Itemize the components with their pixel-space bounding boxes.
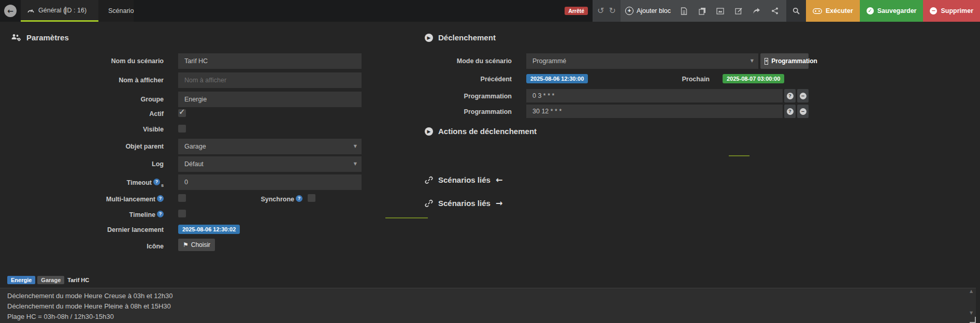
save-button[interactable]: ✓ Sauvegarder [860, 0, 924, 22]
flag-icon: ⚑ [183, 241, 189, 248]
copy-icon[interactable] [696, 4, 709, 18]
plus-circle-icon: + [625, 7, 633, 15]
linked-scenarios-out-header: Scénarios liés → [425, 198, 502, 208]
parameters-header: Paramètres [11, 33, 69, 42]
schedule-1-cron-input[interactable] [526, 89, 783, 102]
synchronous-label: Synchrone? [218, 195, 302, 203]
log-select[interactable]: Défaut ▼ [178, 156, 362, 172]
add-block-button[interactable]: + Ajouter bloc [625, 7, 673, 15]
toolbar-actions: Arrêté ↺ ↻ + Ajouter bloc [565, 0, 980, 22]
chevron-down-icon: ▼ [354, 156, 357, 172]
chevron-down-icon: ▼ [751, 53, 754, 69]
help-icon[interactable]: ? [157, 211, 164, 217]
description-line: Déclenchement du mode Heure Creuse à 03h… [7, 291, 969, 301]
tag-group[interactable]: Energie [7, 276, 35, 284]
jeedom-scenario-page: ← Général (ID : 16) Scénario Arrêté ↺ ↻ [0, 0, 980, 323]
description-line: Déclenchement du mode Heure Pleine à 08h… [7, 301, 969, 312]
tab-scenario[interactable]: Scénario [98, 0, 134, 22]
timeline-checkbox[interactable] [178, 210, 186, 217]
users-gear-icon [11, 34, 21, 41]
description-textarea[interactable]: Déclenchement du mode Heure Creuse à 03h… [0, 288, 976, 323]
schedule-1-help-button[interactable]: ? [784, 89, 796, 102]
gamepad-icon [813, 8, 822, 14]
plus-square-icon: + [765, 58, 768, 65]
previous-label: Précédent [363, 76, 512, 83]
help-icon[interactable]: ? [296, 195, 302, 202]
multi-launch-label: Multi-lancement? [0, 195, 164, 203]
group-label: Groupe [0, 96, 164, 103]
timeout-input[interactable] [178, 174, 362, 190]
status-badge: Arrêté [565, 7, 588, 15]
add-schedule-button[interactable]: + Programmation [760, 53, 809, 69]
search-button[interactable] [786, 0, 806, 22]
arrow-right-icon: → [496, 198, 502, 208]
undo-icon[interactable]: ↺ [597, 4, 604, 18]
template-frame-icon[interactable] [714, 4, 727, 18]
schedule-2-label: Programmation [363, 108, 512, 115]
tab-scenario-label: Scénario [108, 7, 134, 14]
schedule-2-cron-input[interactable] [526, 105, 783, 118]
text-cursor [65, 7, 66, 14]
help-icon[interactable]: ? [157, 195, 164, 202]
play-circle-icon: ▶ [425, 127, 433, 136]
scenario-name-input[interactable] [178, 53, 362, 69]
play-circle-icon: ▶ [425, 34, 433, 42]
check-circle-icon: ✓ [867, 7, 874, 14]
active-label: Actif [0, 110, 164, 118]
undo-redo-group: ↺ ↻ [593, 0, 621, 22]
edit-icon[interactable] [732, 4, 745, 18]
multi-launch-checkbox[interactable] [178, 194, 186, 202]
trigger-actions-title: Actions de déclenchement [438, 127, 537, 136]
delete-button[interactable]: − Supprimer [923, 0, 980, 22]
tag-scenario-name: Tarif HC [66, 276, 90, 284]
divider-dash [385, 217, 428, 218]
scroll-down-icon[interactable]: ▼ [970, 311, 973, 315]
link-icon [425, 199, 433, 208]
group-input[interactable] [178, 92, 362, 107]
top-toolbar: ← Général (ID : 16) Scénario Arrêté ↺ ↻ [0, 0, 980, 22]
next-label: Prochain [668, 76, 710, 83]
choose-icon-button[interactable]: ⚑ Choisir [178, 239, 215, 251]
redo-icon[interactable]: ↻ [609, 4, 616, 18]
tab-general[interactable]: Général (ID : 16) [21, 0, 98, 22]
parent-object-label: Objet parent [0, 143, 164, 150]
display-name-input[interactable] [178, 72, 362, 88]
last-launch-badge: 2025-08-06 12:30:02 [178, 225, 240, 234]
schedule-1-remove-button[interactable]: − [797, 89, 809, 102]
export-share-icon[interactable] [750, 4, 763, 18]
scroll-up-icon[interactable]: ▲ [970, 289, 973, 293]
description-line: Plage HC = 03h-08h / 12h30-15h30 [7, 312, 969, 322]
log-file-icon[interactable] [678, 4, 691, 18]
scenario-mode-label: Mode du scénario [363, 57, 512, 65]
scenario-mode-select[interactable]: Programmé ▼ [526, 53, 758, 69]
timeout-unit: s [161, 183, 164, 188]
link-icon [425, 176, 433, 184]
display-name-label: Nom à afficher [0, 77, 164, 84]
schedule-2-help-button[interactable]: ? [784, 105, 796, 118]
trigger-actions-header: ▶ Actions de déclenchement [425, 127, 537, 136]
schedule-1-label: Programmation [363, 93, 512, 100]
active-checkbox[interactable] [178, 109, 186, 117]
divider-dash [729, 155, 750, 156]
log-label: Log [0, 160, 164, 168]
minus-circle-icon: − [930, 7, 937, 14]
icon-label: Icône [0, 243, 164, 250]
links-sitemap-icon[interactable] [768, 4, 782, 18]
tab-general-label: Général (ID : 16) [38, 7, 87, 14]
parent-object-select[interactable]: Garage ▼ [178, 139, 362, 154]
execute-button[interactable]: Exécuter [806, 0, 860, 22]
synchronous-checkbox[interactable] [308, 194, 315, 202]
visible-checkbox[interactable] [178, 125, 186, 133]
linked-scenarios-in-header: Scénarios liés ← [425, 175, 502, 185]
back-icon[interactable]: ← [4, 5, 17, 17]
scenario-name-label: Nom du scénario [0, 57, 164, 65]
tachometer-icon [27, 7, 35, 13]
help-icon[interactable]: ? [153, 179, 160, 185]
trigger-title: Déclenchement [438, 33, 496, 42]
parameters-title: Paramètres [26, 33, 69, 42]
resize-grip[interactable] [970, 317, 976, 323]
search-icon [792, 7, 800, 14]
tag-parent-object[interactable]: Garage [37, 276, 64, 284]
schedule-2-remove-button[interactable]: − [797, 105, 809, 118]
next-run-badge: 2025-08-07 03:00:00 [723, 74, 784, 83]
